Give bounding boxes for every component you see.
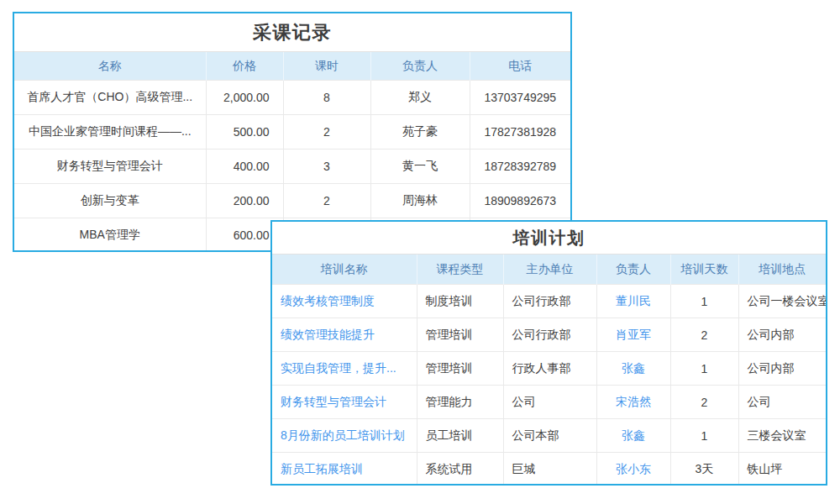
cell-location: 公司 bbox=[738, 386, 826, 419]
cell-manager: 周海林 bbox=[370, 184, 470, 218]
table-row: 首席人才官（CHO）高级管理... 2,000.00 8 郑义 13703749… bbox=[14, 81, 570, 115]
cell-location: 公司内部 bbox=[738, 352, 826, 386]
cell-course-type: 系统试用 bbox=[417, 453, 503, 486]
table-row: 财务转型与管理会计 400.00 3 黄一飞 18728392789 bbox=[14, 150, 570, 184]
table-row: 财务转型与管理会计 管理能力 公司 宋浩然 2 公司 bbox=[272, 386, 826, 419]
cell-organizer: 行政人事部 bbox=[503, 352, 596, 386]
cell-course-type: 管理能力 bbox=[417, 386, 503, 419]
cell-course-type: 管理培训 bbox=[417, 352, 503, 386]
cell-training-name: 8月份新的员工培训计划 bbox=[272, 419, 417, 453]
cell-hours: 2 bbox=[283, 184, 370, 218]
training-plan-title: 培训计划 bbox=[272, 222, 826, 255]
cell-phone: 18909892673 bbox=[470, 184, 570, 218]
column-header-course-type: 课程类型 bbox=[417, 255, 503, 285]
cell-manager: 苑子豪 bbox=[370, 115, 470, 150]
table-row: 绩效考核管理制度 制度培训 公司行政部 董川民 1 公司一楼会议室 bbox=[272, 285, 826, 318]
cell-training-name: 财务转型与管理会计 bbox=[272, 386, 417, 419]
cell-phone: 18728392789 bbox=[470, 150, 570, 184]
table-row: 创新与变革 200.00 2 周海林 18909892673 bbox=[14, 184, 570, 218]
cell-price: 2,000.00 bbox=[206, 81, 283, 115]
cell-manager: 董川民 bbox=[596, 285, 670, 318]
training-name-link[interactable]: 实现自我管理，提升... bbox=[281, 361, 396, 375]
cell-organizer: 巨城 bbox=[503, 453, 596, 486]
manager-link[interactable]: 宋浩然 bbox=[616, 395, 651, 408]
purchase-header-row: 名称 价格 课时 负责人 电话 bbox=[14, 52, 570, 81]
cell-organizer: 公司 bbox=[503, 386, 596, 419]
column-header-organizer: 主办单位 bbox=[503, 255, 596, 285]
cell-course-type: 员工培训 bbox=[417, 419, 503, 453]
training-plan-panel: 培训计划 培训名称 课程类型 主办单位 负责人 培训天数 培训地点 绩效考核管理… bbox=[270, 220, 827, 486]
cell-price: 500.00 bbox=[206, 115, 283, 150]
cell-phone: 13703749295 bbox=[470, 81, 570, 115]
cell-manager: 黄一飞 bbox=[370, 150, 470, 184]
column-header-name: 名称 bbox=[14, 52, 206, 81]
cell-organizer: 公司本部 bbox=[503, 419, 596, 453]
table-row: 新员工拓展培训 系统试用 巨城 张小东 3天 铁山坪 bbox=[272, 453, 826, 486]
cell-training-name: 绩效管理技能提升 bbox=[272, 318, 417, 352]
table-row: 中国企业家管理时间课程——... 500.00 2 苑子豪 1782738192… bbox=[14, 115, 570, 150]
column-header-price: 价格 bbox=[206, 52, 283, 81]
column-header-manager: 负责人 bbox=[596, 255, 670, 285]
training-plan-table: 培训名称 课程类型 主办单位 负责人 培训天数 培训地点 绩效考核管理制度 制度… bbox=[272, 255, 826, 486]
table-row: 实现自我管理，提升... 管理培训 行政人事部 张鑫 1 公司内部 bbox=[272, 352, 826, 386]
cell-training-name: 新员工拓展培训 bbox=[272, 453, 417, 486]
cell-course-type: 制度培训 bbox=[417, 285, 503, 318]
column-header-manager: 负责人 bbox=[370, 52, 470, 81]
cell-organizer: 公司行政部 bbox=[503, 318, 596, 352]
cell-days: 1 bbox=[670, 419, 738, 453]
training-header-row: 培训名称 课程类型 主办单位 负责人 培训天数 培训地点 bbox=[272, 255, 826, 285]
column-header-location: 培训地点 bbox=[738, 255, 826, 285]
cell-manager: 郑义 bbox=[370, 81, 470, 115]
training-name-link[interactable]: 财务转型与管理会计 bbox=[281, 395, 386, 408]
manager-link[interactable]: 张小东 bbox=[616, 462, 651, 475]
training-name-link[interactable]: 绩效管理技能提升 bbox=[281, 328, 375, 341]
cell-hours: 8 bbox=[283, 81, 370, 115]
cell-phone: 17827381928 bbox=[470, 115, 570, 150]
cell-manager: 张鑫 bbox=[596, 352, 670, 386]
cell-manager: 张小东 bbox=[596, 453, 670, 486]
manager-link[interactable]: 肖亚军 bbox=[616, 328, 651, 341]
training-name-link[interactable]: 绩效考核管理制度 bbox=[281, 294, 375, 307]
cell-price: 400.00 bbox=[206, 150, 283, 184]
cell-location: 三楼会议室 bbox=[738, 419, 826, 453]
cell-location: 公司内部 bbox=[738, 318, 826, 352]
cell-course-name: 创新与变革 bbox=[14, 184, 206, 218]
column-header-days: 培训天数 bbox=[670, 255, 738, 285]
cell-price: 200.00 bbox=[206, 184, 283, 218]
cell-days: 2 bbox=[670, 318, 738, 352]
cell-hours: 3 bbox=[283, 150, 370, 184]
purchase-records-panel: 采课记录 名称 价格 课时 负责人 电话 首席人才官（CHO）高级管理... 2… bbox=[13, 12, 572, 252]
column-header-hours: 课时 bbox=[283, 52, 370, 81]
cell-manager: 宋浩然 bbox=[596, 386, 670, 419]
column-header-phone: 电话 bbox=[470, 52, 570, 81]
cell-course-name: 首席人才官（CHO）高级管理... bbox=[14, 81, 206, 115]
cell-manager: 肖亚军 bbox=[596, 318, 670, 352]
cell-course-name: 财务转型与管理会计 bbox=[14, 150, 206, 184]
cell-days: 1 bbox=[670, 285, 738, 318]
training-name-link[interactable]: 新员工拓展培训 bbox=[281, 462, 363, 475]
cell-days: 3天 bbox=[670, 453, 738, 486]
purchase-records-title: 采课记录 bbox=[14, 13, 570, 52]
cell-course-name: 中国企业家管理时间课程——... bbox=[14, 115, 206, 150]
manager-link[interactable]: 张鑫 bbox=[622, 361, 645, 375]
manager-link[interactable]: 董川民 bbox=[616, 294, 651, 307]
cell-training-name: 实现自我管理，提升... bbox=[272, 352, 417, 386]
cell-location: 铁山坪 bbox=[738, 453, 826, 486]
cell-days: 2 bbox=[670, 386, 738, 419]
cell-days: 1 bbox=[670, 352, 738, 386]
column-header-training-name: 培训名称 bbox=[272, 255, 417, 285]
cell-course-name: MBA管理学 bbox=[14, 218, 206, 253]
cell-location: 公司一楼会议室 bbox=[738, 285, 826, 318]
cell-hours: 2 bbox=[283, 115, 370, 150]
training-name-link[interactable]: 8月份新的员工培训计划 bbox=[281, 428, 405, 442]
cell-organizer: 公司行政部 bbox=[503, 285, 596, 318]
manager-link[interactable]: 张鑫 bbox=[622, 428, 645, 442]
table-row: 8月份新的员工培训计划 员工培训 公司本部 张鑫 1 三楼会议室 bbox=[272, 419, 826, 453]
cell-manager: 张鑫 bbox=[596, 419, 670, 453]
cell-training-name: 绩效考核管理制度 bbox=[272, 285, 417, 318]
table-row: 绩效管理技能提升 管理培训 公司行政部 肖亚军 2 公司内部 bbox=[272, 318, 826, 352]
cell-course-type: 管理培训 bbox=[417, 318, 503, 352]
